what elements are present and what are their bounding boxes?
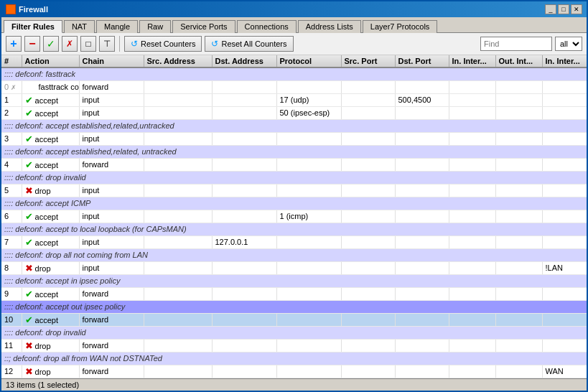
- cell-src-addr: [144, 261, 212, 274]
- maximize-button[interactable]: □: [558, 4, 569, 14]
- cell-src-port: [341, 184, 395, 197]
- col-header-chain: Chain: [79, 55, 144, 67]
- rules-table-container[interactable]: # Action Chain Src. Address Dst. Address…: [1, 55, 587, 378]
- tab-service-ports[interactable]: Service Ports: [172, 20, 235, 33]
- table-row[interactable]: ::; defconf: drop all from WAN not DSTNA…: [1, 352, 587, 365]
- tab-filter-rules[interactable]: Filter Rules: [4, 20, 62, 33]
- disable-button[interactable]: ✗: [62, 36, 78, 52]
- cell-num: 8: [1, 261, 22, 274]
- cell-num: 10: [1, 313, 22, 326]
- tab-mangle[interactable]: Mangle: [96, 20, 138, 33]
- minimize-button[interactable]: _: [545, 4, 556, 14]
- add-button[interactable]: +: [6, 36, 22, 52]
- copy-button[interactable]: □: [80, 36, 96, 52]
- cell-action: ✔ accept: [22, 158, 79, 171]
- cell-in-inter2: [542, 80, 587, 93]
- cell-dst-port: [395, 365, 449, 378]
- table-row[interactable]: 12✖ dropforwardWAN: [1, 365, 587, 378]
- table-row[interactable]: 3✔ acceptinput: [1, 132, 587, 145]
- table-row[interactable]: 5✖ dropinput: [1, 184, 587, 197]
- search-input[interactable]: [480, 37, 552, 51]
- cross-icon: ✖: [25, 263, 33, 274]
- table-row[interactable]: :::: defconf: accept out ipsec policy: [1, 300, 587, 313]
- cell-in-inter: [449, 261, 495, 274]
- table-row[interactable]: :::: defconf: drop invalid: [1, 171, 587, 184]
- table-row[interactable]: :::: defconf: accept in ipsec policy: [1, 274, 587, 287]
- separator-cell: :::: defconf: accept to local loopback (…: [1, 223, 587, 235]
- remove-button[interactable]: −: [24, 36, 40, 52]
- check-icon: ✔: [25, 289, 33, 299]
- cell-action: ✔ accept: [22, 106, 79, 119]
- cell-dst-addr: [212, 132, 276, 145]
- table-row[interactable]: :::: defconf: drop all not coming from L…: [1, 248, 587, 261]
- table-row[interactable]: 4✔ acceptforward: [1, 158, 587, 171]
- cell-out-inter: [495, 106, 542, 119]
- cell-out-inter: [495, 158, 542, 171]
- cell-protocol: [276, 365, 341, 378]
- cell-src-addr: [144, 313, 212, 326]
- cell-protocol: 17 (udp): [276, 93, 341, 106]
- cell-src-port: [341, 132, 395, 145]
- toolbar: + − ✓ ✗ □ ⊤ ↺ Reset Counters ↺ Reset All…: [1, 33, 587, 55]
- tab-address-lists[interactable]: Address Lists: [298, 20, 361, 33]
- cell-in-inter: [449, 287, 495, 300]
- cell-src-addr: [144, 132, 212, 145]
- cross-icon: ✖: [25, 340, 33, 351]
- cell-out-inter: [495, 210, 542, 223]
- table-row[interactable]: 7✔ acceptinput127.0.0.1: [1, 235, 587, 248]
- table-row[interactable]: 8✖ dropinput!LAN: [1, 261, 587, 274]
- cell-src-port: [341, 365, 395, 378]
- cell-dst-port: [395, 132, 449, 145]
- table-row[interactable]: :::: defconf: accept ICMP: [1, 197, 587, 210]
- cell-in-inter: [449, 132, 495, 145]
- cell-dst-port: [395, 106, 449, 119]
- cell-src-addr: [144, 365, 212, 378]
- cell-dst-addr: [212, 158, 276, 171]
- tab-raw[interactable]: Raw: [139, 20, 171, 33]
- close-button[interactable]: ✕: [571, 4, 582, 14]
- filter-button[interactable]: ⊤: [99, 36, 115, 52]
- table-row[interactable]: 0 ✗ fasttrack con...forward: [1, 80, 587, 93]
- reset-all-counters-button[interactable]: ↺ Reset All Counters: [205, 36, 293, 52]
- cell-protocol: [276, 313, 341, 326]
- cell-in-inter2: [542, 106, 587, 119]
- cell-src-port: [341, 158, 395, 171]
- cell-src-port: [341, 235, 395, 248]
- col-header-out-inter: Out. Int...: [495, 55, 542, 67]
- table-row[interactable]: :::: defconf: accept to local loopback (…: [1, 223, 587, 235]
- cell-dst-addr: [212, 210, 276, 223]
- tab-connections[interactable]: Connections: [237, 20, 297, 33]
- table-row[interactable]: 6✔ acceptinput1 (icmp): [1, 210, 587, 223]
- status-text: 13 items (1 selected): [6, 381, 79, 389]
- table-row[interactable]: :::: defconf: accept established,related…: [1, 119, 587, 132]
- search-scope-select[interactable]: all: [555, 37, 582, 51]
- reset-counters-button[interactable]: ↺ Reset Counters: [124, 36, 202, 52]
- table-row[interactable]: :::: defconf: fasttrack: [1, 67, 587, 80]
- cell-in-inter2: WAN: [542, 365, 587, 378]
- enable-button[interactable]: ✓: [43, 36, 59, 52]
- table-row[interactable]: 11✖ dropforward: [1, 339, 587, 352]
- check-icon: ✔: [25, 108, 33, 118]
- cell-dst-addr: [212, 339, 276, 352]
- tab-layer7[interactable]: Layer7 Protocols: [363, 20, 438, 33]
- table-row[interactable]: :::: defconf: drop invalid: [1, 326, 587, 339]
- table-row[interactable]: 1✔ acceptinput17 (udp)500,4500: [1, 93, 587, 106]
- cell-num: 4: [1, 158, 22, 171]
- separator-cell: :::: defconf: accept established,related…: [1, 145, 587, 158]
- tab-nat[interactable]: NAT: [64, 20, 95, 33]
- reset-all-counters-label: Reset All Counters: [221, 39, 286, 48]
- cell-chain: input: [79, 261, 144, 274]
- cell-src-port: [341, 80, 395, 93]
- table-row[interactable]: 10✔ acceptforward: [1, 313, 587, 326]
- table-row[interactable]: 2✔ acceptinput50 (ipsec-esp): [1, 106, 587, 119]
- rules-table: # Action Chain Src. Address Dst. Address…: [1, 55, 587, 378]
- cell-src-addr: [144, 235, 212, 248]
- cell-in-inter: [449, 210, 495, 223]
- table-row[interactable]: 9✔ acceptforward: [1, 287, 587, 300]
- cell-num: 3: [1, 132, 22, 145]
- cell-protocol: [276, 339, 341, 352]
- table-row[interactable]: :::: defconf: accept established,related…: [1, 145, 587, 158]
- col-header-num: #: [1, 55, 22, 67]
- cell-in-inter2: !LAN: [542, 261, 587, 274]
- col-header-protocol: Protocol: [276, 55, 341, 67]
